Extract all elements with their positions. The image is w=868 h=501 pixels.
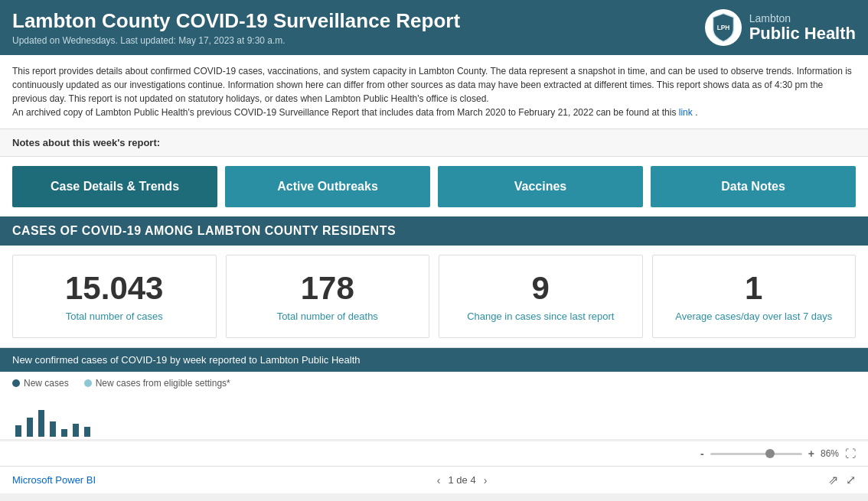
footer-bar: Microsoft Power BI ‹ 1 de 4 › ⇗ ⤢ [0,466,868,493]
cases-section-header: CASES OF COVID-19 AMONG LAMBTON COUNTY R… [0,216,868,246]
info-text-2: An archived copy of Lambton Public Healt… [12,107,676,118]
svg-rect-6 [61,429,67,437]
legend-new-cases: New cases [12,378,69,389]
tab-data-notes[interactable]: Data Notes [651,166,856,207]
legend-dot-light [84,379,92,387]
header-subtitle: Updated on Wednesdays. Last updated: May… [12,35,460,46]
info-bar: This report provides details about confi… [0,55,868,129]
nav-tabs-container: Case Details & Trends Active Outbreaks V… [0,157,868,216]
tab-vaccines[interactable]: Vaccines [438,166,643,207]
stat-total-cases: 15.043 Total number of cases [12,255,217,338]
tab-case-details[interactable]: Case Details & Trends [12,166,217,207]
svg-rect-3 [27,418,33,437]
svg-rect-7 [73,424,79,437]
svg-rect-8 [84,427,90,437]
stat-number-avg: 1 [665,271,844,306]
chart-svg [0,395,868,441]
share-icon[interactable]: ⇗ [828,473,838,487]
chart-header-text: New confirmed cases of COVID-19 by week … [12,354,361,366]
stat-label-change: Change in cases since last report [452,311,630,322]
legend-dot-dark [12,379,20,387]
svg-rect-1 [0,395,868,441]
archived-report-link[interactable]: link [679,107,693,118]
shield-icon: LPH [708,12,739,43]
zoom-percent: 86% [821,448,839,459]
legend-label-eligible: New cases from eligible settings* [96,378,230,389]
stat-change-cases: 9 Change in cases since last report [439,255,643,338]
stats-row: 15.043 Total number of cases 178 Total n… [0,246,868,348]
org-name: Lambton Public Health [749,12,856,43]
stat-label-cases: Total number of cases [25,311,204,322]
legend-label-new-cases: New cases [24,378,69,389]
notes-bar: Notes about this week's report: [0,129,868,157]
page-header: Lambton County COVID-19 Surveillance Rep… [0,0,868,55]
zoom-slider[interactable] [710,453,802,455]
org-logo: LPH [705,9,742,46]
info-text-1: This report provides details about confi… [12,66,852,104]
stat-number-deaths: 178 [239,271,417,306]
tab-active-outbreaks[interactable]: Active Outbreaks [225,166,430,207]
info-text-3: . [695,107,697,118]
stat-number-cases: 15.043 [25,271,204,306]
header-left: Lambton County COVID-19 Surveillance Rep… [12,9,460,46]
stat-number-change: 9 [452,271,630,306]
pagination-text: 1 de 4 [448,474,475,486]
pagination: ‹ 1 de 4 › [437,474,488,486]
pagination-next[interactable]: › [484,474,488,486]
footer-icons: ⇗ ⤢ [828,473,856,487]
legend-eligible-cases: New cases from eligible settings* [84,378,230,389]
stat-total-deaths: 178 Total number of deaths [226,255,430,338]
power-bi-link[interactable]: Microsoft Power BI [12,474,96,486]
stat-label-avg: Average cases/day over last 7 days [665,311,844,322]
zoom-slider-thumb[interactable] [765,449,775,458]
org-name-bottom: Public Health [749,24,856,43]
svg-rect-5 [50,421,56,437]
stat-label-deaths: Total number of deaths [239,311,417,322]
zoom-minus-button[interactable]: - [700,447,704,460]
cases-heading: CASES OF COVID-19 AMONG LAMBTON COUNTY R… [12,224,396,237]
zoom-plus-button[interactable]: + [808,447,814,460]
page-title: Lambton County COVID-19 Surveillance Rep… [12,9,460,33]
expand-icon[interactable]: ⤢ [846,473,856,487]
svg-rect-2 [15,425,21,437]
stat-avg-cases: 1 Average cases/day over last 7 days [652,255,857,338]
header-right: LPH Lambton Public Health [705,9,856,46]
chart-area [0,395,868,441]
zoom-bar: - + 86% ⛶ [0,441,868,466]
org-name-top: Lambton [749,12,856,24]
chart-header: New confirmed cases of COVID-19 by week … [0,348,868,372]
svg-rect-4 [38,410,44,437]
svg-text:LPH: LPH [716,24,729,31]
fullscreen-icon[interactable]: ⛶ [845,447,856,460]
chart-legend: New cases New cases from eligible settin… [0,372,868,395]
pagination-prev[interactable]: ‹ [437,474,441,486]
notes-label: Notes about this week's report: [12,137,160,148]
